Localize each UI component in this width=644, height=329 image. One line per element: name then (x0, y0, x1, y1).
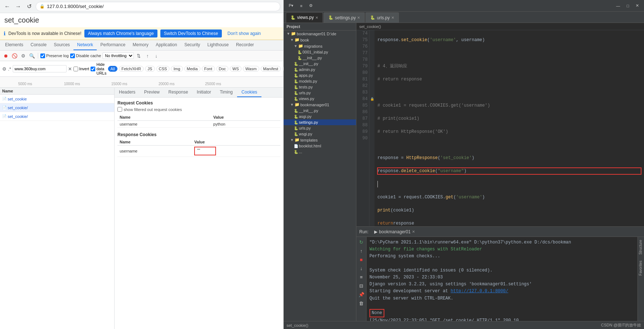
tree-asgi[interactable]: 🐍 asgi.py (284, 114, 356, 119)
tab-recorder[interactable]: Recorder (232, 40, 257, 50)
disable-cache-checkbox-label[interactable]: Disable cache (70, 53, 101, 58)
run-settings-button[interactable]: ≡ (358, 273, 365, 281)
switch-to-chinese-button[interactable]: Switch DevTools to Chinese (160, 29, 222, 37)
tree-init-migrations[interactable]: 🐍 __init__.py (284, 55, 356, 61)
tree-models[interactable]: 🐍 models.py (284, 78, 356, 84)
tab-cookies[interactable]: Cookies (237, 88, 261, 97)
tree-templates[interactable]: ▼ 📁 templates (284, 137, 356, 143)
ide-settings-button[interactable]: ⚙ (307, 3, 315, 9)
throttle-select[interactable]: No throttling Fast 3G Slow 3G Offline (103, 52, 134, 59)
tree-booklist[interactable]: 📄 booklist.html (284, 143, 356, 149)
dev-server-link[interactable]: http://127.0.0.1:8000/ (451, 289, 508, 294)
tree-book[interactable]: ▼ 📁 book (284, 37, 356, 43)
tree-0001-initial[interactable]: 🐍 0001_initial.py (284, 49, 356, 55)
invert-checkbox-label[interactable]: Invert (73, 67, 89, 71)
dont-show-again-button[interactable]: Don't show again (225, 29, 264, 37)
filter-chip-css[interactable]: CSS (156, 66, 170, 72)
filter-chip-fetchxhr[interactable]: Fetch/XHR (119, 66, 144, 72)
run-stop-button[interactable]: ■ (358, 256, 365, 263)
filter-chip-manifest[interactable]: Manifest (261, 66, 281, 72)
run-tab-bookmanager[interactable]: ▶ bookmanager01 ✕ (371, 229, 418, 234)
ide-tab-close-views[interactable]: ✕ (315, 16, 318, 20)
tree-migrations[interactable]: ▼ 📁 migrations (284, 43, 356, 49)
show-filtered-checkbox[interactable] (117, 107, 122, 112)
tab-console[interactable]: Console (27, 40, 50, 50)
filter-chip-media[interactable]: Media (184, 66, 200, 72)
run-delete-button[interactable]: 🗑 (358, 300, 365, 307)
filter-chip-ws[interactable]: WS (230, 66, 241, 72)
tree-admin[interactable]: 🐍 admin.py (284, 67, 356, 72)
favorites-label[interactable]: Favorites (638, 258, 644, 278)
hide-urls-checkbox[interactable] (91, 67, 95, 71)
tree-settings[interactable]: 🐍 settings.py (284, 119, 356, 125)
tree-more[interactable]: 🐍 ... (284, 149, 356, 155)
filter-chip-wasm[interactable]: Wasm (243, 66, 259, 72)
tree-apps[interactable]: 🐍 apps.py (284, 72, 356, 78)
tree-init-bm01[interactable]: 🐍 __init__.py (284, 108, 356, 114)
forward-button[interactable]: → (14, 2, 23, 11)
tab-elements[interactable]: Elements (1, 40, 27, 50)
tab-preview[interactable]: Preview (140, 88, 164, 97)
tree-urls-bm01[interactable]: 🐍 urls.py (284, 125, 356, 131)
search-button[interactable]: 🔍 (28, 52, 36, 59)
tab-lighthouse[interactable]: Lighthouse (204, 40, 232, 50)
reload-button[interactable]: ↺ (25, 2, 33, 11)
tab-application[interactable]: Application (152, 40, 181, 50)
tab-network[interactable]: Network (73, 40, 97, 50)
tree-urls-book[interactable]: 🐍 urls.py (284, 90, 356, 96)
ide-minimize-button[interactable]: — (614, 3, 622, 9)
code-content[interactable]: response.set_cookie('username', username… (375, 30, 644, 226)
run-scroll-down-button[interactable]: ↓ (358, 265, 365, 272)
network-row[interactable]: 📄 set_cookie/ (0, 103, 114, 112)
preserve-log-checkbox[interactable] (40, 53, 45, 58)
tree-wsgi[interactable]: 🐍 wsgi.py (284, 131, 356, 137)
filter-icon-button[interactable]: ⚙ (2, 65, 7, 72)
address-bar[interactable]: 🔒 127.0.0.1:8000/set_cookie/ (36, 2, 280, 11)
ide-close-button[interactable]: ✕ (633, 3, 641, 9)
run-close-button[interactable]: ✕ (412, 230, 415, 234)
tree-views-book[interactable]: 🐍 views.py (284, 96, 356, 102)
ide-tab-urls[interactable]: 🐍 urls.py ✕ (365, 12, 399, 23)
filter-chip-all[interactable]: All (108, 66, 117, 72)
code-area[interactable]: 74 75 76 77 78 79 80 81 82 83 84 85 86 8… (356, 30, 644, 226)
clear-filter-button[interactable]: ✕ (68, 65, 72, 72)
run-scroll-up-button[interactable]: ↑ (358, 247, 365, 254)
ide-tab-settings[interactable]: 🐍 settings.py ✕ (324, 12, 365, 23)
tab-initiator[interactable]: Initiator (192, 88, 215, 97)
run-rerun-button[interactable]: ↻ (358, 238, 365, 246)
ide-menu-button[interactable]: ≡ (298, 3, 304, 9)
regex-button[interactable]: .* (8, 65, 11, 72)
disable-cache-checkbox[interactable] (70, 53, 75, 58)
tab-timing[interactable]: Timing (215, 88, 237, 97)
tree-bookmanager01-inner[interactable]: ▼ 📁 bookmanager01 (284, 102, 356, 108)
structure-label[interactable]: Structure (638, 237, 644, 258)
network-row[interactable]: 📄 set_cookie/ (0, 112, 114, 121)
filter-chip-font[interactable]: Font (202, 66, 215, 72)
hide-urls-checkbox-label[interactable]: Hide data URLs (91, 62, 107, 75)
ide-project-button[interactable]: P▾ (287, 3, 296, 9)
record-button[interactable]: ⏺ (2, 52, 9, 59)
tab-sources[interactable]: Sources (50, 40, 73, 50)
tab-memory[interactable]: Memory (129, 40, 152, 50)
invert-checkbox[interactable] (73, 67, 78, 71)
tab-security[interactable]: Security (181, 40, 204, 50)
network-row[interactable]: 📄 set_cookie (0, 95, 114, 103)
tab-headers[interactable]: Headers (115, 88, 140, 97)
run-layout-button[interactable]: ⊟ (358, 282, 365, 289)
tab-response[interactable]: Response (164, 88, 192, 97)
filter-toggle-button[interactable]: ⚙ (20, 52, 27, 59)
back-button[interactable]: ← (3, 2, 12, 11)
tree-tests[interactable]: 🐍 tests.py (284, 84, 356, 90)
tree-init-book[interactable]: 🐍 __init__.py (284, 61, 356, 67)
ide-maximize-button[interactable]: □ (624, 3, 631, 9)
filter-chip-img[interactable]: Img (171, 66, 183, 72)
run-pin-button[interactable]: 📌 (358, 291, 365, 298)
ide-tab-views[interactable]: 🐍 views.py ✕ (286, 12, 323, 23)
ide-tab-close-settings[interactable]: ✕ (357, 16, 360, 20)
tab-performance[interactable]: Performance (97, 40, 129, 50)
clear-button[interactable]: 🚫 (11, 52, 18, 59)
import-button[interactable]: ↑ (144, 52, 151, 59)
always-match-language-button[interactable]: Always match Chrome's language (84, 29, 157, 37)
export-button[interactable]: ↓ (153, 52, 160, 59)
preserve-log-checkbox-label[interactable]: Preserve log (40, 53, 69, 58)
